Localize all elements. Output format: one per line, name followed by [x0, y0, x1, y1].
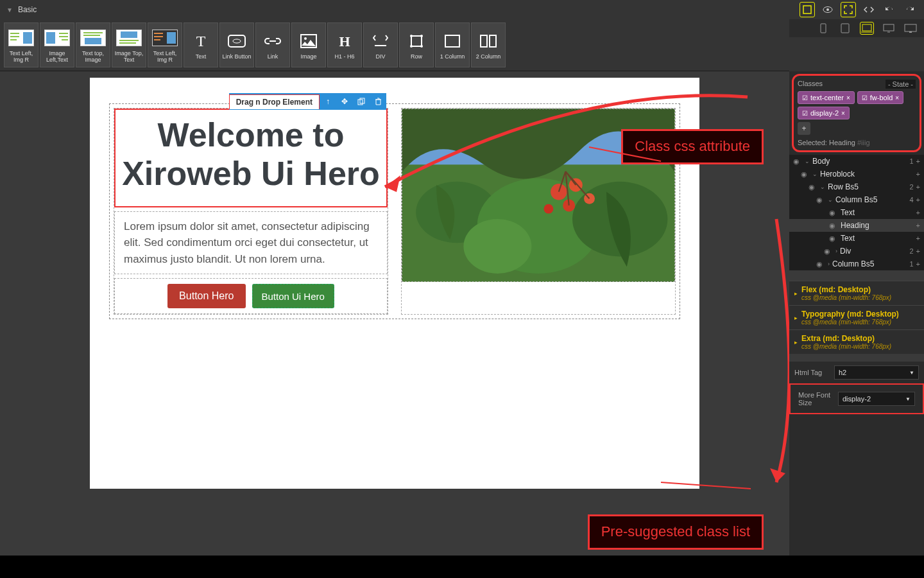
copy-icon[interactable]: [353, 93, 370, 110]
code-icon[interactable]: [861, 2, 877, 17]
chevron-down-icon[interactable]: ⌄: [812, 171, 817, 177]
move-up-icon[interactable]: ↑: [320, 93, 336, 110]
remove-icon[interactable]: ×: [846, 94, 850, 101]
chevron-right-icon[interactable]: ›: [828, 261, 830, 267]
button-hero[interactable]: Button Hero: [167, 284, 245, 308]
plus-icon[interactable]: +: [916, 247, 920, 255]
component-image-left-text[interactable]: Image Left,Text: [40, 22, 74, 67]
component-2-column[interactable]: 2 Column: [471, 22, 506, 67]
paragraph-text[interactable]: Lorem ipsum dolor sit amet, consectetur …: [114, 211, 388, 275]
plus-icon[interactable]: +: [916, 196, 920, 204]
svg-point-10: [410, 35, 413, 37]
top-header: ▼ Basic: [0, 0, 924, 19]
classes-box: Classes - State - ☑text-center× ☑fw-bold…: [792, 74, 921, 152]
add-class-button[interactable]: +: [798, 122, 810, 135]
eye-icon[interactable]: ◉: [801, 170, 810, 179]
class-chip-fw-bold[interactable]: ☑fw-bold×: [857, 91, 903, 104]
plus-icon[interactable]: +: [916, 234, 920, 242]
hero-row[interactable]: Drag n Drop Element ↑ ✥ Welcome to Xirow…: [109, 103, 680, 319]
eye-icon[interactable]: ◉: [816, 260, 825, 268]
button-ui-hero[interactable]: Button Ui Hero: [252, 284, 334, 308]
plus-icon[interactable]: +: [916, 260, 920, 268]
remove-icon[interactable]: ×: [841, 110, 845, 117]
chevron-down-icon[interactable]: ⌄: [828, 197, 833, 203]
device-phone-icon[interactable]: [816, 22, 830, 35]
tree-row-text[interactable]: ◉Text+: [789, 206, 924, 219]
html-tag-select[interactable]: h2▼: [834, 365, 919, 380]
class-chip-text-center[interactable]: ☑text-center×: [798, 91, 855, 104]
component-bar: Text Left, Img R Image Left,Text Text to…: [0, 19, 789, 71]
tree-row-text-2[interactable]: ◉Text+: [789, 232, 924, 245]
canvas-wrap: Drag n Drop Element ↑ ✥ Welcome to Xirow…: [0, 71, 789, 556]
eye-icon[interactable]: ◉: [829, 234, 838, 243]
fullscreen-icon[interactable]: [841, 2, 856, 17]
plus-icon[interactable]: +: [916, 222, 920, 229]
eye-icon[interactable]: ◉: [809, 183, 817, 191]
svg-rect-18: [841, 24, 849, 33]
tree-row-column-bs5-2[interactable]: ◉›Column Bs51+: [789, 258, 924, 270]
font-size-select[interactable]: display-2▼: [838, 392, 915, 406]
move-icon[interactable]: ✥: [336, 93, 353, 110]
component-label: Text Left, Img R: [150, 50, 180, 63]
redo-icon[interactable]: [902, 2, 918, 17]
square-icon[interactable]: [800, 2, 815, 17]
tree-row-column-bs5[interactable]: ◉⌄Column Bs54+: [789, 193, 924, 206]
device-tablet-icon[interactable]: [838, 22, 852, 35]
chevron-right-icon[interactable]: ›: [835, 248, 837, 254]
tree-row-row-bs5[interactable]: ◉⌄Row Bs52+: [789, 180, 924, 193]
class-chip-display-2[interactable]: ☑display-2×: [798, 107, 850, 119]
button-row[interactable]: Button Hero Button Ui Hero: [114, 278, 388, 314]
device-desktop-icon[interactable]: [882, 22, 896, 35]
delete-icon[interactable]: [370, 93, 386, 110]
tree-row-heading[interactable]: ◉Heading+: [789, 219, 924, 232]
component-text-left-img-r[interactable]: Text Left, Img R: [4, 22, 38, 67]
canvas[interactable]: Drag n Drop Element ↑ ✥ Welcome to Xirow…: [90, 78, 699, 489]
style-section-typography[interactable]: ▸Typography (md: Desktop)css @media (min…: [789, 305, 924, 329]
eye-icon[interactable]: ◉: [829, 209, 838, 217]
chevron-down-icon[interactable]: ⌄: [820, 184, 825, 190]
section-dropdown[interactable]: ▼ Basic: [6, 5, 37, 14]
chevron-down-icon[interactable]: ⌄: [805, 158, 810, 164]
tree-row-div[interactable]: ◉›Div2+: [789, 245, 924, 258]
undo-icon[interactable]: [882, 2, 897, 17]
tree-row-body[interactable]: ◉⌄Body1+: [789, 155, 924, 168]
hero-column-left[interactable]: Drag n Drop Element ↑ ✥ Welcome to Xirow…: [114, 108, 388, 315]
plus-icon[interactable]: +: [916, 183, 920, 191]
component-heading[interactable]: HH1 - H6: [327, 22, 362, 67]
selected-label: Selected:: [798, 139, 827, 146]
eye-icon[interactable]: ◉: [824, 247, 833, 256]
plus-icon[interactable]: +: [916, 170, 920, 178]
selected-heading-box[interactable]: Drag n Drop Element ↑ ✥ Welcome to Xirow…: [114, 109, 388, 207]
tree-row-heroblock[interactable]: ◉⌄Heroblock+: [789, 168, 924, 180]
plus-icon[interactable]: +: [916, 209, 920, 216]
component-text-left-img-r-dark[interactable]: Text Left, Img R: [148, 22, 182, 67]
annotation-suggested: Pre-suggested class list: [588, 514, 764, 550]
eye-icon[interactable]: ◉: [793, 157, 802, 166]
eye-icon[interactable]: [820, 2, 835, 17]
component-link-button[interactable]: Link Button: [219, 22, 254, 67]
state-dropdown[interactable]: - State -: [886, 80, 916, 89]
device-wide-icon[interactable]: [903, 22, 918, 35]
component-text-top-image[interactable]: Text top, Image: [76, 22, 110, 67]
main-area: Drag n Drop Element ↑ ✥ Welcome to Xirow…: [0, 71, 924, 556]
component-image-top-text[interactable]: Image Top, Text: [112, 22, 146, 67]
prop-label: More Font Size: [798, 391, 834, 407]
annotation-text: Pre-suggested class list: [601, 523, 750, 539]
component-1-column[interactable]: 1 Column: [435, 22, 470, 67]
eye-icon[interactable]: ◉: [829, 222, 838, 230]
component-div[interactable]: DIV: [363, 22, 398, 67]
style-sub: css @media (min-width: 768px): [801, 343, 891, 350]
component-image[interactable]: Image: [291, 22, 326, 67]
component-row[interactable]: Row: [399, 22, 434, 67]
component-text[interactable]: TText: [184, 22, 218, 67]
eye-icon[interactable]: ◉: [816, 196, 825, 204]
style-section-extra[interactable]: ▸Extra (md: Desktop)css @media (min-widt…: [789, 329, 924, 354]
device-laptop-icon[interactable]: [860, 22, 874, 35]
heading-text[interactable]: Welcome to Xiroweb Ui Hero: [121, 116, 381, 193]
tree-label: Text: [841, 234, 855, 243]
style-section-flex[interactable]: ▸Flex (md: Desktop)css @media (min-width…: [789, 281, 924, 305]
svg-rect-15: [481, 35, 487, 47]
plus-icon[interactable]: +: [916, 157, 920, 165]
remove-icon[interactable]: ×: [895, 94, 899, 101]
component-link[interactable]: Link: [255, 22, 290, 67]
